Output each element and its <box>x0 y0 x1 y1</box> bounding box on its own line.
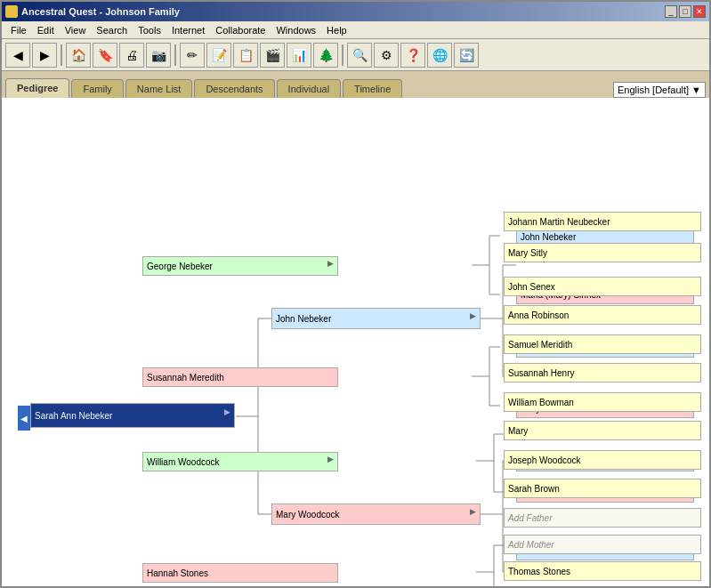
person-indicator: ▶ <box>470 507 476 516</box>
person-william-woodcock[interactable]: William Woodcock ▶ <box>142 452 338 471</box>
person-susannah-henry[interactable]: Susannah Henry <box>504 363 701 383</box>
app-icon <box>5 5 18 18</box>
main-content: ◀ Sarah Ann Nebeker ▶ John Nebeker ▶ Mar… <box>2 98 709 586</box>
person-name: Mary Woodcock <box>276 510 340 520</box>
person-name: Hannah Stones <box>147 568 208 578</box>
person-susannah-meredith[interactable]: Susannah Meredith <box>142 367 338 387</box>
toolbar: ◀ ▶ 🏠 🔖 🖨 📷 ✏ 📝 📋 🎬 📊 🌲 🔍 ⚙ ❓ 🌐 🔄 <box>2 39 709 71</box>
person-mary-sitly[interactable]: Mary Sitly <box>504 243 701 262</box>
chart-button[interactable]: 📊 <box>287 43 311 68</box>
tab-family[interactable]: Family <box>71 79 123 98</box>
forward-button[interactable]: ▶ <box>32 43 57 68</box>
person-john-senex[interactable]: John Senex <box>504 277 701 296</box>
person-thomas-stones-gen5[interactable]: Thomas Stones <box>504 561 701 581</box>
title-bar: Ancestral Quest - Johnson Family _ □ ✕ <box>2 2 709 21</box>
separator-3 <box>342 44 343 66</box>
person-name: Anna Robinson <box>508 310 569 320</box>
print-button[interactable]: 🖨 <box>119 43 144 68</box>
minimize-button[interactable]: _ <box>665 5 677 18</box>
person-sarah-ann-nebeker[interactable]: Sarah Ann Nebeker ▶ <box>30 403 235 428</box>
person-anna-robinson[interactable]: Anna Robinson <box>504 305 701 325</box>
person-mary-woodcock-gen2[interactable]: Mary Woodcock ▶ <box>271 503 481 525</box>
tab-pedigree[interactable]: Pedigree <box>5 78 69 98</box>
tab-timeline[interactable]: Timeline <box>343 79 402 98</box>
notes-button[interactable]: 📝 <box>206 43 231 68</box>
settings-button[interactable]: ⚙ <box>374 43 399 68</box>
tab-individual[interactable]: Individual <box>277 79 341 98</box>
person-john-nebeker-gen2[interactable]: John Nebeker ▶ <box>271 308 481 329</box>
help-button[interactable]: ❓ <box>400 43 425 68</box>
menu-bar: File Edit View Search Tools Internet Col… <box>2 21 709 39</box>
person-william-bowman[interactable]: William Bowman <box>504 392 701 412</box>
person-indicator: ▶ <box>470 311 476 320</box>
home-button[interactable]: 🏠 <box>66 43 91 68</box>
menu-collaborate[interactable]: Collaborate <box>210 23 271 37</box>
language-selector[interactable]: English [Default] ▼ <box>613 82 706 98</box>
person-name: Mary <box>508 426 528 436</box>
person-name: Mary Sitly <box>508 248 547 258</box>
person-name: Sarah Brown <box>508 484 560 494</box>
source-button[interactable]: 📋 <box>233 43 258 68</box>
person-name: Susannah Meredith <box>147 373 224 383</box>
pedigree-chart: ◀ Sarah Ann Nebeker ▶ John Nebeker ▶ Mar… <box>9 105 703 586</box>
person-name: John Nebeker <box>276 314 331 324</box>
window-controls[interactable]: _ □ ✕ <box>665 5 706 18</box>
search-button[interactable]: 🔍 <box>347 43 372 68</box>
menu-windows[interactable]: Windows <box>271 23 321 37</box>
tab-descendants[interactable]: Descendants <box>194 79 274 98</box>
menu-search[interactable]: Search <box>91 23 133 37</box>
add-father-mpm[interactable]: Add Father <box>504 508 701 528</box>
person-samuel-meridith-gen5[interactable]: Samuel Meridith <box>504 334 701 354</box>
bookmark-button[interactable]: 🔖 <box>93 43 117 68</box>
person-name: John Senex <box>508 282 555 292</box>
edit-button[interactable]: ✏ <box>180 43 205 68</box>
tab-name-list[interactable]: Name List <box>125 79 193 98</box>
person-sarah-brown[interactable]: Sarah Brown <box>504 479 701 498</box>
person-name: William Woodcock <box>147 457 220 467</box>
internet-button[interactable]: 🌐 <box>427 43 452 68</box>
media-button[interactable]: 🎬 <box>260 43 285 68</box>
menu-tools[interactable]: Tools <box>133 23 166 37</box>
close-button[interactable]: ✕ <box>693 5 706 18</box>
person-name: Samuel Meridith <box>508 340 572 350</box>
person-name: Joseph Woodcock <box>508 455 581 465</box>
person-name: Susannah Henry <box>508 368 575 378</box>
person-indicator: ▶ <box>327 455 334 463</box>
maximize-button[interactable]: □ <box>679 5 691 18</box>
person-indicator: ▶ <box>327 259 334 268</box>
tab-bar: Pedigree Family Name List Descendants In… <box>2 71 709 98</box>
separator-2 <box>174 44 176 66</box>
person-hannah-stones[interactable]: Hannah Stones <box>142 563 338 583</box>
window: Ancestral Quest - Johnson Family _ □ ✕ F… <box>0 0 711 588</box>
menu-internet[interactable]: Internet <box>166 23 210 37</box>
separator-1 <box>61 44 62 66</box>
person-johann-neubecker[interactable]: Johann Martin Neubecker <box>504 212 701 231</box>
back-button[interactable]: ◀ <box>5 43 30 68</box>
sync-button[interactable]: 🔄 <box>454 43 479 68</box>
menu-edit[interactable]: Edit <box>32 23 60 37</box>
window-title: Ancestral Quest - Johnson Family <box>21 6 180 17</box>
person-name: William Bowman <box>508 398 574 407</box>
person-name: Johann Martin Neubecker <box>508 217 610 227</box>
person-name: John Nebeker <box>521 232 576 242</box>
person-name: George Nebeker <box>147 262 213 271</box>
menu-help[interactable]: Help <box>321 23 352 37</box>
person-joseph-woodcock[interactable]: Joseph Woodcock <box>504 450 701 470</box>
navigate-back-button[interactable]: ◀ <box>18 406 30 431</box>
person-name: Sarah Ann Nebeker <box>35 411 112 421</box>
person-name: Add Father <box>508 513 552 523</box>
camera-button[interactable]: 📷 <box>146 43 171 68</box>
menu-file[interactable]: File <box>5 23 32 37</box>
person-george-nebeker[interactable]: George Nebeker ▶ <box>142 256 338 276</box>
tree-button[interactable]: 🌲 <box>313 43 338 68</box>
person-name: Add Mother <box>508 540 554 550</box>
menu-view[interactable]: View <box>60 23 92 37</box>
person-mary-gen5[interactable]: Mary <box>504 421 701 440</box>
person-indicator: ▶ <box>224 407 230 416</box>
person-name: Thomas Stones <box>508 567 570 576</box>
add-mother-mpm[interactable]: Add Mother <box>504 535 701 554</box>
